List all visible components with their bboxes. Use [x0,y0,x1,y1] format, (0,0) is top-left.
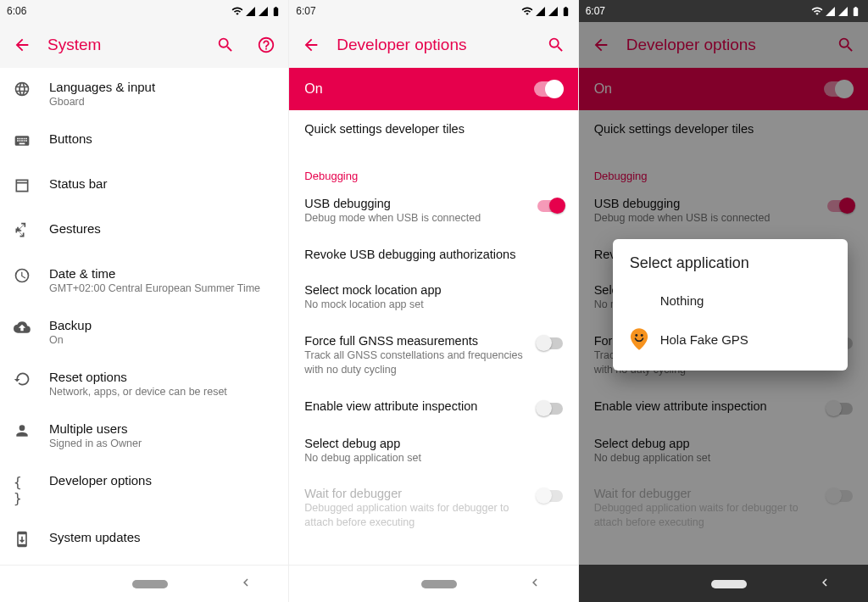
dialog-option-hola-fake-gps[interactable]: Hola Fake GPS [630,320,831,359]
status-bar-icon [14,177,31,194]
nav-back-button[interactable] [238,575,253,594]
item-label: Wait for debugger [304,487,526,500]
dev-item-select-debug-app[interactable]: Select debug appNo debug application set [289,426,577,477]
signal-icon [548,6,559,17]
map-pin-smile-icon [630,328,648,350]
wait-debugger-switch [537,490,563,502]
item-label: Revoke USB debugging authorizations [304,248,562,261]
back-button[interactable] [7,30,37,60]
view-attr-switch[interactable] [537,403,563,415]
item-sub: No mock location app set [304,298,562,312]
nav-home-pill[interactable] [132,580,168,588]
wifi-icon [231,5,243,17]
dialog-option-nothing[interactable]: Nothing [630,281,831,320]
status-bar: 6:06 [0,0,288,22]
option-label: Hola Fake GPS [660,332,748,347]
page-title: System [47,36,200,54]
settings-item-gestures[interactable]: Gestures [0,209,288,254]
dev-item-force-gnss[interactable]: Force full GNSS measurementsTrack all GN… [289,323,577,388]
nav-home-pill[interactable] [421,580,457,588]
item-label: System updates [49,530,275,544]
keyboard-icon [14,132,31,149]
force-gnss-switch[interactable] [537,337,563,349]
system-update-icon [14,531,31,548]
developer-options-dialog-screen: 6:07 Developer options On Quick settings… [579,0,868,602]
settings-item-system-updates[interactable]: System updates [0,518,288,563]
search-button[interactable] [210,30,241,60]
wifi-icon [521,5,533,17]
braces-icon: { } [14,474,31,506]
search-icon [216,36,235,54]
reset-icon [14,371,31,387]
clock-icon [14,267,31,284]
nav-back-button[interactable] [817,575,832,594]
settings-item-status-bar[interactable]: Status bar [0,164,288,209]
signal-icon [245,6,256,17]
option-icon-blank [630,289,648,311]
battery-icon [270,6,281,17]
settings-item-backup[interactable]: BackupOn [0,306,288,358]
modal-scrim-top [579,0,868,22]
chevron-left-icon [238,575,253,590]
item-label: Force full GNSS measurements [304,334,526,348]
item-label: Enable view attribute inspection [304,399,526,413]
dev-options-master-toggle[interactable]: On [289,68,577,110]
dev-item-mock-location[interactable]: Select mock location appNo mock location… [289,272,577,323]
item-sub: Gboard [49,96,275,108]
status-icons-right [231,5,281,17]
item-label: Reset options [49,370,275,384]
settings-list: Languages & inputGboard Buttons Status b… [0,68,288,565]
nav-back-button[interactable] [527,575,542,594]
settings-item-date-time[interactable]: Date & timeGMT+02:00 Central European Su… [0,254,288,306]
item-label: Developer options [49,473,275,488]
dev-item-usb-debugging[interactable]: USB debuggingDebug mode when USB is conn… [289,186,577,237]
nav-bar [579,565,868,602]
system-settings-screen: 6:06 System Languages & inputG [0,0,289,602]
globe-icon [14,81,31,98]
cloud-upload-icon [14,319,31,336]
person-icon [14,422,31,439]
item-label: Select mock location app [304,283,562,297]
back-button[interactable] [296,30,326,60]
settings-item-buttons[interactable]: Buttons [0,120,288,164]
master-toggle-switch[interactable] [534,81,563,97]
dialog-title: Select application [630,254,831,272]
arrow-back-icon [302,36,320,54]
dev-item-revoke-usb-auth[interactable]: Revoke USB debugging authorizations [289,237,577,272]
status-bar: 6:07 [289,0,577,22]
usb-debugging-switch[interactable] [537,200,563,212]
dev-item-quick-settings-tiles[interactable]: Quick settings developer tiles [289,110,577,154]
app-bar: System [0,22,288,68]
item-label: Languages & input [49,80,275,94]
settings-item-reset-options[interactable]: Reset optionsNetwork, apps, or device ca… [0,358,288,410]
item-label: Date & time [49,266,275,281]
nav-bar [0,565,288,602]
battery-icon [560,6,571,17]
item-sub: Debug mode when USB is connected [304,211,526,226]
item-label: Backup [49,318,275,332]
page-title: Developer options [337,36,530,54]
settings-item-multiple-users[interactable]: Multiple usersSigned in as Owner [0,410,288,461]
help-button[interactable] [251,30,281,60]
master-toggle-label: On [304,81,533,97]
settings-item-languages-input[interactable]: Languages & inputGboard [0,68,288,120]
item-label: Status bar [49,176,275,191]
chevron-left-icon [817,575,832,590]
search-button[interactable] [541,30,571,60]
dev-options-list: On Quick settings developer tiles Debugg… [289,68,577,565]
arrow-back-icon [13,36,31,54]
dev-item-view-attr-inspection[interactable]: Enable view attribute inspection [289,388,577,426]
item-sub: Signed in as Owner [49,438,275,449]
item-label: Multiple users [49,421,275,436]
signal-icon [535,6,546,17]
developer-options-screen: 6:07 Developer options On Quick settings… [289,0,578,602]
item-label: USB debugging [304,197,526,210]
svg-point-1 [640,334,643,337]
item-sub: Network, apps, or device can be reset [49,386,275,398]
signal-icon [258,6,269,17]
settings-item-developer-options[interactable]: { } Developer options [0,461,288,518]
gesture-icon [14,222,31,239]
app-bar: Developer options [289,22,577,68]
nav-home-pill[interactable] [711,580,747,588]
help-icon [257,36,275,54]
